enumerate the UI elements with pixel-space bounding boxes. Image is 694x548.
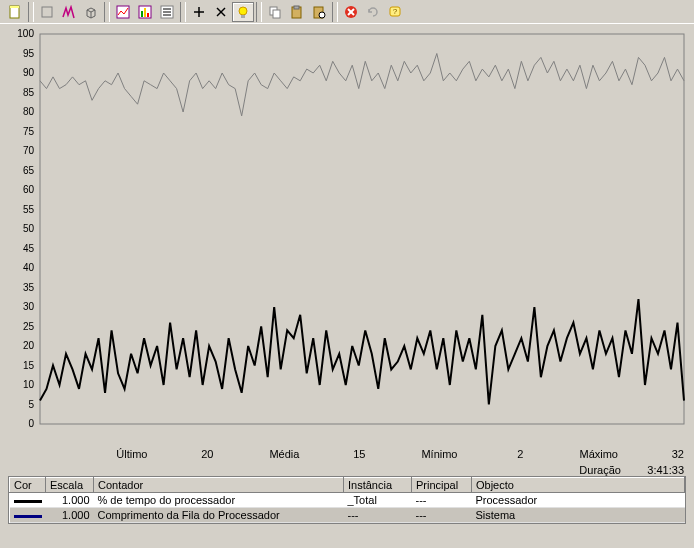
cell-contador: % de tempo do processador bbox=[94, 493, 344, 508]
svg-rect-2 bbox=[42, 7, 52, 17]
svg-rect-19 bbox=[273, 10, 280, 18]
svg-text:40: 40 bbox=[23, 262, 35, 273]
svg-text:75: 75 bbox=[23, 126, 35, 137]
minimo-label: Mínimo bbox=[421, 448, 457, 460]
maximo-label: Máximo bbox=[579, 448, 618, 460]
svg-text:0: 0 bbox=[28, 418, 34, 429]
svg-text:35: 35 bbox=[23, 282, 35, 293]
open-icon[interactable] bbox=[36, 2, 58, 22]
svg-text:70: 70 bbox=[23, 145, 35, 156]
cell-escala: 1.000 bbox=[46, 508, 94, 523]
media-label: Média bbox=[269, 448, 299, 460]
help-icon[interactable]: ? bbox=[384, 2, 406, 22]
counters-table[interactable]: Cor Escala Contador Instância Principal … bbox=[8, 476, 686, 524]
chart-area: 0510152025303540455055606570758085909510… bbox=[0, 24, 694, 470]
svg-point-16 bbox=[239, 7, 247, 15]
svg-text:25: 25 bbox=[23, 321, 35, 332]
cell-cor bbox=[10, 508, 46, 523]
table-header-row: Cor Escala Contador Instância Principal … bbox=[10, 478, 685, 493]
cell-contador: Comprimento da Fila do Processador bbox=[94, 508, 344, 523]
svg-rect-21 bbox=[294, 6, 299, 9]
duracao-value: 3:41:33 bbox=[624, 464, 684, 476]
svg-text:80: 80 bbox=[23, 106, 35, 117]
svg-text:95: 95 bbox=[23, 48, 35, 59]
cell-instancia: _Total bbox=[344, 493, 412, 508]
maximo-value: 32 bbox=[624, 448, 684, 460]
line-chart: 0510152025303540455055606570758085909510… bbox=[0, 24, 694, 444]
svg-text:20: 20 bbox=[23, 340, 35, 351]
col-cor[interactable]: Cor bbox=[10, 478, 46, 493]
svg-rect-6 bbox=[144, 8, 146, 17]
cell-principal: --- bbox=[412, 508, 472, 523]
table-row[interactable]: 1.000Comprimento da Fila do Processador-… bbox=[10, 508, 685, 523]
table-row[interactable]: 1.000% de tempo do processador_Total---P… bbox=[10, 493, 685, 508]
toolbar: ? bbox=[0, 0, 694, 24]
props-icon[interactable] bbox=[308, 2, 330, 22]
svg-text:55: 55 bbox=[23, 204, 35, 215]
duracao-label: Duração bbox=[579, 464, 621, 476]
bulb-icon[interactable] bbox=[232, 2, 254, 22]
chart2-icon[interactable] bbox=[134, 2, 156, 22]
copy-icon[interactable] bbox=[264, 2, 286, 22]
col-principal[interactable]: Principal bbox=[412, 478, 472, 493]
minimo-value: 2 bbox=[463, 448, 523, 460]
ultimo-value: 20 bbox=[153, 448, 213, 460]
times-icon[interactable] bbox=[210, 2, 232, 22]
svg-text:5: 5 bbox=[28, 399, 34, 410]
new-icon[interactable] bbox=[4, 2, 26, 22]
svg-text:50: 50 bbox=[23, 223, 35, 234]
plus-icon[interactable] bbox=[188, 2, 210, 22]
cube-icon[interactable] bbox=[80, 2, 102, 22]
cell-objecto: Sistema bbox=[472, 508, 685, 523]
cell-instancia: --- bbox=[344, 508, 412, 523]
col-instancia[interactable]: Instância bbox=[344, 478, 412, 493]
svg-text:100: 100 bbox=[17, 28, 34, 39]
svg-text:90: 90 bbox=[23, 67, 35, 78]
svg-rect-5 bbox=[141, 11, 143, 17]
svg-text:30: 30 bbox=[23, 301, 35, 312]
svg-text:85: 85 bbox=[23, 87, 35, 98]
paste-icon[interactable] bbox=[286, 2, 308, 22]
svg-rect-1 bbox=[10, 6, 19, 8]
cell-escala: 1.000 bbox=[46, 493, 94, 508]
refresh-icon[interactable] bbox=[362, 2, 384, 22]
col-contador[interactable]: Contador bbox=[94, 478, 344, 493]
ultimo-label: Último bbox=[116, 448, 147, 460]
svg-rect-7 bbox=[147, 13, 149, 17]
chart1-icon[interactable] bbox=[112, 2, 134, 22]
svg-text:45: 45 bbox=[23, 243, 35, 254]
spike-icon[interactable] bbox=[58, 2, 80, 22]
svg-text:?: ? bbox=[393, 7, 398, 16]
cell-cor bbox=[10, 493, 46, 508]
svg-text:10: 10 bbox=[23, 379, 35, 390]
svg-rect-3 bbox=[117, 6, 129, 18]
svg-text:60: 60 bbox=[23, 184, 35, 195]
cell-objecto: Processador bbox=[472, 493, 685, 508]
svg-text:65: 65 bbox=[23, 165, 35, 176]
cell-principal: --- bbox=[412, 493, 472, 508]
svg-point-23 bbox=[319, 12, 325, 18]
svg-text:15: 15 bbox=[23, 360, 35, 371]
col-objecto[interactable]: Objecto bbox=[472, 478, 685, 493]
list-icon[interactable] bbox=[156, 2, 178, 22]
svg-rect-17 bbox=[241, 15, 245, 18]
col-escala[interactable]: Escala bbox=[46, 478, 94, 493]
svg-rect-50 bbox=[40, 34, 684, 424]
media-value: 15 bbox=[305, 448, 365, 460]
stop-icon[interactable] bbox=[340, 2, 362, 22]
